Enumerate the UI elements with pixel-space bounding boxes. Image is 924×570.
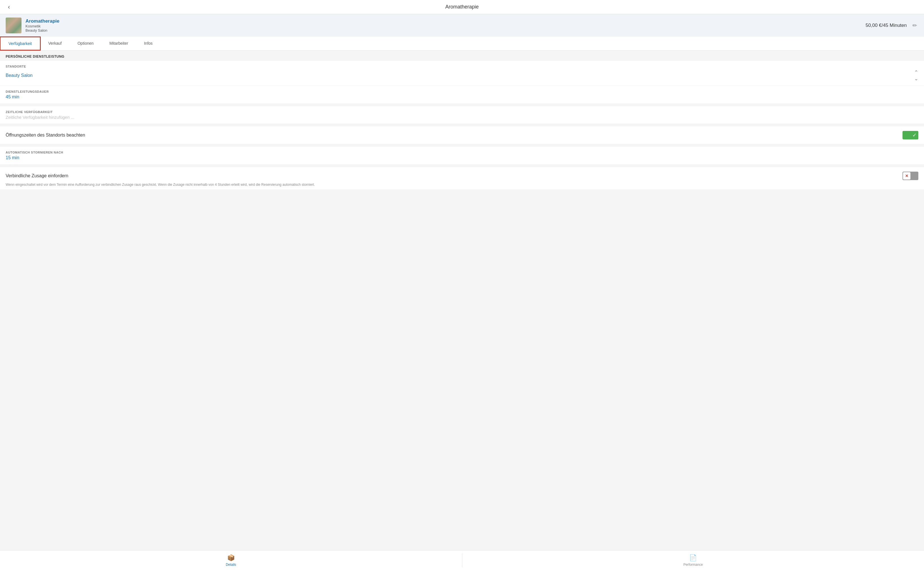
standorte-field[interactable]: STANDORTE Beauty Salon ⌃⌄ bbox=[0, 61, 924, 86]
header-title: Aromatherapie bbox=[445, 4, 479, 10]
edit-icon: ✏ bbox=[912, 22, 917, 29]
service-text-info: Aromatherapie Kosmetik Beauty Salon bbox=[26, 18, 60, 32]
auto-cancel-value: 15 min bbox=[6, 155, 19, 160]
confirmation-label: Verbindliche Zusage einfordern bbox=[6, 173, 68, 178]
dauer-label: DIENSTLEISTUNGSDAUER bbox=[6, 90, 918, 93]
auto-cancel-field[interactable]: AUTOMATISCH STORNIEREN NACH 15 min bbox=[0, 147, 924, 164]
edit-button[interactable]: ✏ bbox=[911, 21, 918, 30]
dauer-field[interactable]: DIENSTLEISTUNGSDAUER 45 min bbox=[0, 86, 924, 103]
service-info-left: Aromatherapie Kosmetik Beauty Salon bbox=[6, 17, 60, 33]
oeffnungszeiten-label: Öffnungszeiten des Standorts beachten bbox=[6, 133, 85, 138]
zeitliche-placeholder[interactable]: Zeitliche Verfügbarkeit hinzufügen ... bbox=[6, 115, 918, 120]
service-thumbnail bbox=[6, 17, 21, 33]
service-info-row: Aromatherapie Kosmetik Beauty Salon 50,0… bbox=[0, 14, 924, 37]
dauer-value: 45 min bbox=[6, 94, 19, 99]
page-content: PERSÖNLICHE DIENSTLEISTUNG STANDORTE Bea… bbox=[0, 51, 924, 212]
standorte-value-row: Beauty Salon ⌃⌄ bbox=[6, 69, 918, 82]
service-thumbnail-image bbox=[6, 17, 21, 33]
auto-cancel-card: AUTOMATISCH STORNIEREN NACH 15 min bbox=[0, 147, 924, 164]
service-location: Beauty Salon bbox=[26, 28, 60, 32]
tab-mitarbeiter[interactable]: Mitarbeiter bbox=[101, 37, 136, 51]
tabs-bar: Verfügbarkeit Verkauf Optionen Mitarbeit… bbox=[0, 37, 924, 51]
service-category: Kosmetik bbox=[26, 24, 60, 28]
oeffnungszeiten-toggle[interactable]: ✓ bbox=[903, 131, 918, 139]
tab-verfuegbarkeit[interactable]: Verfügbarkeit bbox=[0, 37, 40, 51]
top-header: ‹ Aromatherapie bbox=[0, 0, 924, 14]
confirmation-row: Verbindliche Zusage einfordern ✕ bbox=[6, 172, 918, 180]
verbindliche-zusage-toggle[interactable]: ✕ bbox=[903, 172, 918, 180]
service-info-right: 50,00 €/45 Minuten ✏ bbox=[866, 21, 918, 30]
back-button[interactable]: ‹ bbox=[6, 2, 12, 12]
confirmation-description: Wenn eingeschaltet wird vor dem Termin e… bbox=[6, 182, 918, 187]
section-header: PERSÖNLICHE DIENSTLEISTUNG bbox=[0, 51, 924, 61]
auto-cancel-label: AUTOMATISCH STORNIEREN NACH bbox=[6, 151, 918, 154]
tab-optionen[interactable]: Optionen bbox=[70, 37, 101, 51]
service-price: 50,00 €/45 Minuten bbox=[866, 23, 907, 28]
toggle-check-icon: ✓ bbox=[912, 132, 918, 138]
back-icon: ‹ bbox=[8, 3, 10, 11]
oeffnungszeiten-row: Öffnungszeiten des Standorts beachten ✓ bbox=[0, 126, 924, 144]
tab-verkauf[interactable]: Verkauf bbox=[40, 37, 70, 51]
zeitliche-verfuegbarkeit-card: ZEITLICHE VERFÜGBARKEIT Zeitliche Verfüg… bbox=[0, 106, 924, 124]
zeitliche-label: ZEITLICHE VERFÜGBARKEIT bbox=[6, 110, 918, 114]
service-name: Aromatherapie bbox=[26, 18, 60, 24]
standorte-dauer-card: STANDORTE Beauty Salon ⌃⌄ DIENSTLEISTUNG… bbox=[0, 61, 924, 103]
confirmation-card: Verbindliche Zusage einfordern ✕ Wenn ei… bbox=[0, 167, 924, 189]
standorte-label: STANDORTE bbox=[6, 65, 918, 68]
tab-infos[interactable]: Infos bbox=[136, 37, 160, 51]
standorte-value: Beauty Salon bbox=[6, 73, 32, 78]
toggle-x-icon: ✕ bbox=[903, 172, 910, 179]
chevron-up-down-icon: ⌃⌄ bbox=[914, 69, 918, 82]
